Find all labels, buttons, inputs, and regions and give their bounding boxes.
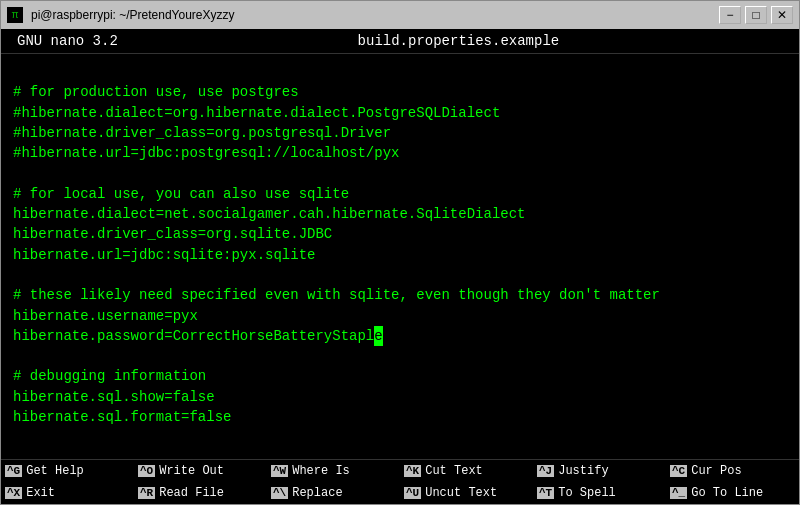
- close-button[interactable]: ✕: [771, 6, 793, 24]
- footer-label: Replace: [292, 486, 342, 500]
- editor-line: # for local use, you can also use sqlite: [13, 184, 787, 204]
- editor-line: hibernate.sql.show=false: [13, 387, 787, 407]
- nano-version: GNU nano 3.2: [1, 33, 118, 49]
- title-bar-controls: − □ ✕: [719, 6, 793, 24]
- editor-line: #hibernate.dialect=org.hibernate.dialect…: [13, 103, 787, 123]
- editor-line: #hibernate.driver_class=org.postgresql.D…: [13, 123, 787, 143]
- footer-shortcut: ^KCut Text: [400, 460, 533, 482]
- footer-label: Exit: [26, 486, 55, 500]
- footer-shortcut: ^_Go To Line: [666, 482, 799, 504]
- editor-line: #hibernate.url=jdbc:postgresql://localho…: [13, 143, 787, 163]
- footer-shortcut: ^RRead File: [134, 482, 267, 504]
- footer-shortcut: ^JJustify: [533, 460, 666, 482]
- footer-key: ^J: [537, 465, 554, 477]
- footer-shortcut: ^XExit: [1, 482, 134, 504]
- footer-label: Cur Pos: [691, 464, 741, 478]
- footer-key: ^W: [271, 465, 288, 477]
- footer-label: Get Help: [26, 464, 84, 478]
- terminal-window: π pi@raspberrypi: ~/PretendYoureXyzzy − …: [0, 0, 800, 505]
- footer-shortcut: ^CCur Pos: [666, 460, 799, 482]
- editor-line: [13, 265, 787, 285]
- title-bar: π pi@raspberrypi: ~/PretendYoureXyzzy − …: [1, 1, 799, 29]
- footer-key: ^X: [5, 487, 22, 499]
- nano-footer: ^GGet Help^OWrite Out^WWhere Is^KCut Tex…: [1, 459, 799, 504]
- footer-label: Justify: [558, 464, 608, 478]
- editor-line: # these likely need specified even with …: [13, 285, 787, 305]
- footer-key: ^\: [271, 487, 288, 499]
- footer-label: To Spell: [558, 486, 616, 500]
- editor-line: [13, 62, 787, 82]
- editor-line: hibernate.url=jdbc:sqlite:pyx.sqlite: [13, 245, 787, 265]
- editor-line: # for production use, use postgres: [13, 82, 787, 102]
- footer-key: ^O: [138, 465, 155, 477]
- footer-key: ^R: [138, 487, 155, 499]
- footer-shortcut: ^GGet Help: [1, 460, 134, 482]
- footer-label: Uncut Text: [425, 486, 497, 500]
- editor-line: hibernate.username=pyx: [13, 306, 787, 326]
- maximize-button[interactable]: □: [745, 6, 767, 24]
- nano-header: GNU nano 3.2 build.properties.example: [1, 29, 799, 54]
- editor-line: # debugging information: [13, 366, 787, 386]
- filename: build.properties.example: [358, 33, 560, 49]
- footer-label: Where Is: [292, 464, 350, 478]
- editor-line: [13, 346, 787, 366]
- terminal-icon: π: [7, 7, 23, 23]
- footer-label: Cut Text: [425, 464, 483, 478]
- editor-line: hibernate.password=CorrectHorseBatterySt…: [13, 326, 787, 346]
- footer-key: ^_: [670, 487, 687, 499]
- title-bar-left: π pi@raspberrypi: ~/PretendYoureXyzzy: [7, 7, 235, 23]
- footer-key: ^T: [537, 487, 554, 499]
- footer-shortcut: ^OWrite Out: [134, 460, 267, 482]
- footer-label: Go To Line: [691, 486, 763, 500]
- footer-key: ^U: [404, 487, 421, 499]
- footer-shortcut: ^UUncut Text: [400, 482, 533, 504]
- footer-shortcut: ^WWhere Is: [267, 460, 400, 482]
- editor-line: hibernate.sql.format=false: [13, 407, 787, 427]
- footer-key: ^C: [670, 465, 687, 477]
- minimize-button[interactable]: −: [719, 6, 741, 24]
- footer-shortcut: ^\Replace: [267, 482, 400, 504]
- footer-key: ^K: [404, 465, 421, 477]
- editor-line: hibernate.driver_class=org.sqlite.JDBC: [13, 224, 787, 244]
- footer-key: ^G: [5, 465, 22, 477]
- editor-line: [13, 163, 787, 183]
- footer-label: Write Out: [159, 464, 224, 478]
- title-bar-text: pi@raspberrypi: ~/PretendYoureXyzzy: [31, 8, 235, 22]
- editor-line: hibernate.dialect=net.socialgamer.cah.hi…: [13, 204, 787, 224]
- text-cursor: e: [374, 326, 382, 346]
- footer-label: Read File: [159, 486, 224, 500]
- footer-shortcut: ^TTo Spell: [533, 482, 666, 504]
- editor-area[interactable]: # for production use, use postgres#hiber…: [1, 54, 799, 459]
